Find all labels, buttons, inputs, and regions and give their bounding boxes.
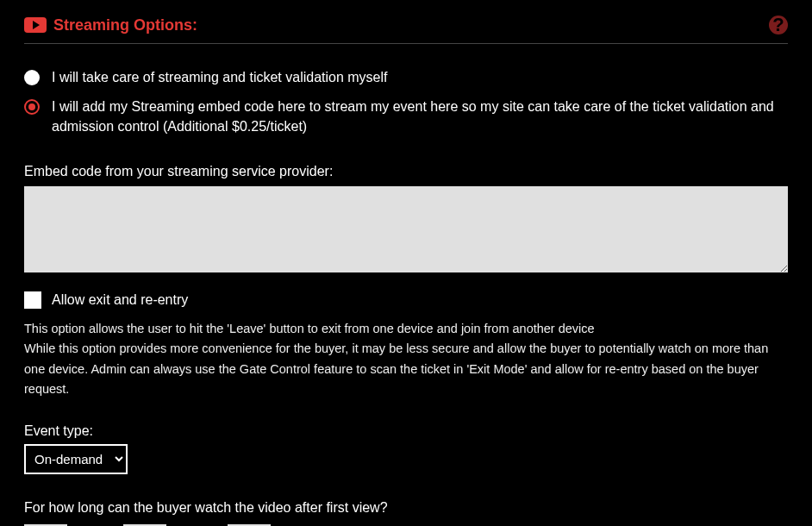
event-type-section: Event type: On-demand xyxy=(24,423,788,474)
allow-exit-label: Allow exit and re-entry xyxy=(52,292,188,308)
play-icon xyxy=(24,17,47,33)
allow-exit-help2: While this option provides more convenie… xyxy=(24,339,788,399)
radio-self-label: I will take care of streaming and ticket… xyxy=(52,68,388,87)
event-type-select[interactable]: On-demand xyxy=(24,444,128,474)
allow-exit-row: Allow exit and re-entry xyxy=(24,291,788,309)
duration-section: For how long can the buyer watch the vid… xyxy=(24,500,788,526)
embed-section: Embed code from your streaming service p… xyxy=(24,164,788,272)
event-type-label: Event type: xyxy=(24,423,788,439)
radio-embed-input[interactable] xyxy=(24,99,40,115)
radio-option-embed[interactable]: I will add my Streaming embed code here … xyxy=(24,97,788,136)
streaming-radio-group: I will take care of streaming and ticket… xyxy=(24,68,788,136)
duration-question-label: For how long can the buyer watch the vid… xyxy=(24,500,788,516)
header-left: Streaming Options: xyxy=(24,16,197,34)
section-header: Streaming Options: ? xyxy=(24,0,788,44)
radio-self-input[interactable] xyxy=(24,70,40,85)
radio-option-self[interactable]: I will take care of streaming and ticket… xyxy=(24,68,788,87)
allow-exit-help1: This option allows the user to hit the '… xyxy=(24,319,788,339)
embed-code-label: Embed code from your streaming service p… xyxy=(24,164,788,179)
radio-embed-label: I will add my Streaming embed code here … xyxy=(52,97,788,136)
help-icon[interactable]: ? xyxy=(769,16,788,34)
section-title: Streaming Options: xyxy=(53,16,197,34)
allow-exit-checkbox[interactable] xyxy=(24,291,41,309)
embed-code-textarea[interactable] xyxy=(24,186,788,272)
